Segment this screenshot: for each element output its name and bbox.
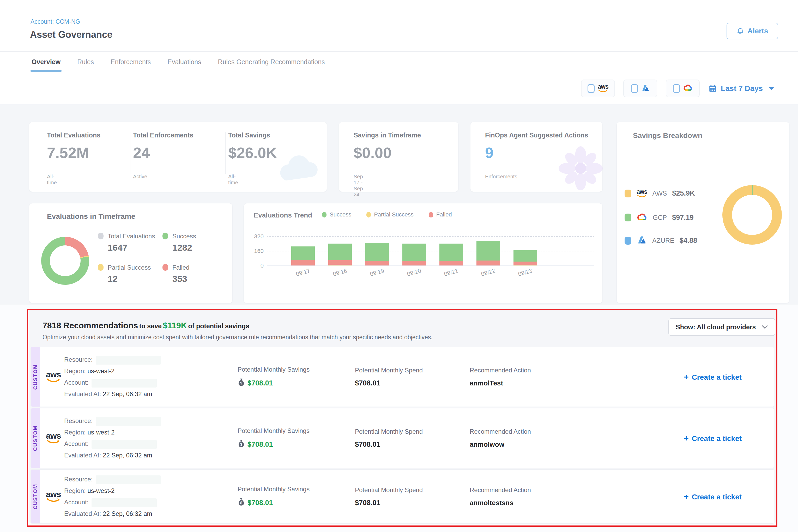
trend-legend-success: Success (322, 211, 351, 218)
create-ticket-button[interactable]: +Create a ticket (651, 372, 774, 382)
custom-rule-badge: CUSTOM (31, 408, 40, 468)
trend-bar-09/17: 09/17 (291, 246, 315, 265)
recommended-action: Recommended Action anmolTest (470, 367, 531, 387)
resource-label: Resource: (64, 417, 93, 424)
stat-value: 9 (485, 144, 493, 162)
stat-value: 24 (133, 144, 150, 162)
provider-filter-azure[interactable] (623, 79, 657, 97)
recommendations-subtitle: Optimize your cloud assets and minimize … (42, 334, 433, 341)
stat-subtext: Enforcements (485, 174, 517, 180)
evaluations-trend-card: Evaluations Trend Success Partial Succes… (244, 204, 603, 303)
recommended-action: Recommended Action anmolwow (470, 428, 531, 449)
svg-text:$: $ (240, 442, 242, 446)
tab-rules-generating-recommendations[interactable]: Rules Generating Recommendations (217, 52, 326, 72)
savings-value: $708.01 (247, 440, 273, 449)
finops-agent-card: FinOps Agent Suggested Actions 9 Enforce… (471, 122, 603, 192)
bar-segment-success (328, 244, 352, 260)
flower-watermark (556, 146, 605, 191)
bar-segment-failed (476, 261, 500, 265)
recommendation-row[interactable]: CUSTOM aws Resource: Region: us-west-2 A… (31, 347, 774, 407)
money-bag-icon: $ (238, 378, 245, 386)
tab-rules[interactable]: Rules (76, 52, 95, 72)
dropdown-selected-value: Show: All cloud providers (676, 323, 756, 331)
provider-savings: $25.9K (672, 189, 695, 197)
money-bag-icon: $ (238, 440, 245, 448)
aws-checkbox[interactable] (588, 84, 594, 93)
recommendation-row[interactable]: CUSTOM aws Resource: Region: us-west-2 A… (31, 470, 774, 524)
redacted-resource-value (96, 417, 161, 426)
legend-success: Success 1282 (163, 233, 196, 253)
tab-overview[interactable]: Overview (31, 52, 61, 72)
x-axis-tick: 09/20 (402, 266, 426, 279)
x-axis-tick: 09/18 (328, 266, 352, 279)
evaluated-at-value: 22 Sep, 06:32 am (103, 391, 152, 397)
account-label: Account: (64, 499, 89, 506)
azure-checkbox[interactable] (631, 84, 638, 93)
savings-breakdown-item-azure: AZURE $4.88 (625, 236, 697, 245)
potential-savings-amount: $119K (163, 321, 187, 330)
create-ticket-button[interactable]: +Create a ticket (651, 492, 774, 501)
cloud-provider-filter-dropdown[interactable]: Show: All cloud providers (668, 318, 775, 336)
resource-details: Resource: Region: us-west-2 Account: Eva… (64, 354, 161, 400)
bar-segment-failed (291, 260, 315, 265)
potential-monthly-spend: Potential Monthly Spend $708.01 (355, 486, 423, 507)
gcp-logo (636, 213, 648, 221)
provider-filter-aws[interactable]: aws (581, 79, 615, 97)
evaluations-trend-title: Evaluations Trend (254, 211, 312, 219)
legend-swatch (98, 233, 103, 240)
provider-savings: $97.19 (672, 214, 694, 222)
spend-value: $708.01 (355, 379, 423, 387)
recommendation-row[interactable]: CUSTOM aws Resource: Region: us-west-2 A… (31, 408, 774, 468)
action-value: anmoltestsns (470, 499, 531, 507)
savings-breakdown-item-gcp: GCP $97.19 (625, 213, 694, 222)
trend-bar-09/23: 09/23 (513, 250, 537, 265)
legend-swatch (163, 233, 168, 240)
evaluated-at-label: Evaluated At: (64, 391, 101, 397)
date-range-label: Last 7 Days (721, 84, 763, 93)
x-axis-tick: 09/22 (476, 266, 500, 279)
account-breadcrumb-link[interactable]: Account: CCM-NG (31, 18, 80, 25)
legend-swatch (625, 190, 631, 197)
tab-enforcements[interactable]: Enforcements (110, 52, 152, 72)
evaluated-at-label: Evaluated At: (64, 452, 101, 459)
bar-segment-failed (513, 262, 537, 265)
bar-segment-success (291, 246, 315, 260)
alerts-button-label: Alerts (747, 27, 768, 35)
aws-logo: aws (46, 433, 61, 443)
x-axis-tick: 09/17 (291, 266, 315, 279)
create-ticket-button[interactable]: +Create a ticket (651, 433, 774, 443)
bar-segment-partial-success (328, 265, 352, 265)
tab-evaluations[interactable]: Evaluations (166, 52, 202, 72)
bar-segment-success (513, 250, 537, 262)
custom-rule-badge: CUSTOM (31, 347, 40, 406)
provider-savings: $4.88 (680, 236, 697, 245)
azure-logo (641, 84, 650, 92)
legend-failed: Failed 353 (163, 264, 189, 284)
legend-swatch (429, 212, 433, 217)
stat-value: 7.52M (47, 144, 89, 162)
evaluated-at-label: Evaluated At: (64, 510, 101, 517)
bar-segment-failed (439, 261, 463, 266)
date-range-selector[interactable]: Last 7 Days (708, 79, 774, 97)
cloud-watermark (274, 151, 324, 187)
stat-subtext: All-time (47, 174, 57, 186)
legend-value: 12 (108, 274, 151, 284)
potential-monthly-savings: Potential Monthly Savings $ $708.01 (238, 366, 309, 388)
gcp-checkbox[interactable] (673, 84, 680, 93)
trend-bar-09/22: 09/22 (476, 241, 500, 266)
x-axis-tick: 09/21 (439, 266, 463, 279)
provider-filter-gcp[interactable] (666, 79, 700, 97)
stat-divider (225, 132, 226, 174)
savings-breakdown-card: Savings Breakdown aws AWS $25.9K GCP $97… (617, 122, 789, 303)
bar-segment-success (365, 243, 389, 261)
stat-label: Total Savings (228, 131, 270, 139)
legend-swatch (163, 264, 168, 271)
redacted-resource-value (96, 356, 161, 365)
legend-swatch (625, 237, 631, 245)
provider-name: AWS (652, 190, 667, 197)
calendar-icon (708, 84, 717, 93)
bar-segment-failed (328, 260, 352, 265)
aws-logo: aws (46, 372, 61, 382)
alerts-button[interactable]: Alerts (726, 23, 778, 39)
legend-swatch (366, 212, 371, 217)
